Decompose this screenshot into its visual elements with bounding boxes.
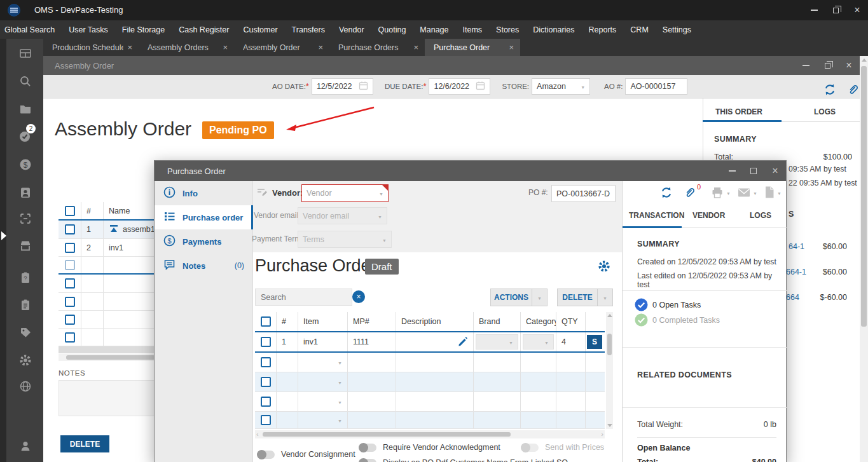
menu-item-vendor[interactable]: Vendor xyxy=(339,25,364,34)
row-checkbox[interactable] xyxy=(65,297,75,307)
calendar-icon[interactable] xyxy=(359,81,368,92)
os-restore-button[interactable] xyxy=(825,0,846,20)
row-checkbox[interactable] xyxy=(65,260,75,270)
window-minimize-button[interactable] xyxy=(795,56,816,75)
tab-logs[interactable]: LOGS xyxy=(814,107,836,116)
row-checkbox[interactable] xyxy=(65,224,75,234)
menu-item-stores[interactable]: Stores xyxy=(496,25,519,34)
menu-item-dictionaries[interactable]: Dictionaries xyxy=(533,25,574,34)
payment-terms-select[interactable]: Terms xyxy=(298,231,392,248)
print-button[interactable] xyxy=(710,186,731,199)
window-close-button[interactable]: × xyxy=(838,56,860,75)
tab-logs[interactable]: LOGS xyxy=(750,211,771,220)
tab-production-schedule[interactable]: Production Schedule xyxy=(43,39,139,56)
modal-minimize-button[interactable] xyxy=(721,161,743,181)
horizontal-scrollbar[interactable] xyxy=(59,354,161,361)
notes-textarea[interactable] xyxy=(59,380,160,416)
toggle-switch[interactable] xyxy=(521,444,539,452)
tab-purchase-orders[interactable]: Purchase Orders xyxy=(329,39,425,56)
toggle-switch[interactable] xyxy=(257,451,275,459)
item-select[interactable] xyxy=(298,392,348,411)
tab-assembly-order[interactable]: Assembly Order xyxy=(234,39,329,56)
toggle-display-customer-name[interactable]: Display on PO Pdf Customer Name From Lin… xyxy=(359,458,568,462)
gear-icon[interactable] xyxy=(597,259,611,275)
nav-item-payments[interactable]: $ Payments xyxy=(155,229,253,254)
table-row-empty[interactable] xyxy=(255,412,605,429)
table-row-empty[interactable] xyxy=(59,311,161,329)
row-checkbox[interactable] xyxy=(261,337,271,347)
tab-this-order[interactable]: THIS ORDER xyxy=(715,107,762,116)
menu-item-items[interactable]: Items xyxy=(463,25,483,34)
user-icon[interactable] xyxy=(18,439,32,453)
refresh-icon[interactable] xyxy=(659,186,673,201)
ao-delete-button[interactable]: DELETE xyxy=(60,435,109,452)
clear-search-icon[interactable]: × xyxy=(352,290,365,303)
nav-item-notes[interactable]: Notes (0) xyxy=(155,254,253,278)
table-row-empty[interactable] xyxy=(255,372,605,392)
attachments-icon[interactable] xyxy=(846,83,860,99)
po-number-input[interactable]: PO-0013667-D xyxy=(551,185,616,202)
store-icon[interactable] xyxy=(18,238,32,252)
edit-description-icon[interactable] xyxy=(457,336,468,348)
close-tab-icon[interactable] xyxy=(413,43,418,52)
toggle-vendor-consignment[interactable]: Vendor Consignment xyxy=(257,450,355,459)
table-row[interactable]: 1 assemb1 xyxy=(59,221,161,239)
store-select[interactable]: Amazon xyxy=(532,78,590,95)
vendor-select[interactable]: Vendor xyxy=(301,184,389,202)
toggle-require-vendor-acknowledgment[interactable]: Require Vendor Acknowledgment xyxy=(359,443,500,452)
due-date-input[interactable]: 12/6/2022 xyxy=(429,78,490,95)
table-row[interactable]: 1 inv1 1111 4 S xyxy=(255,332,605,353)
payments-dollar-icon[interactable]: $ xyxy=(18,158,32,172)
modal-maximize-button[interactable] xyxy=(743,161,764,181)
nav-item-info[interactable]: Info xyxy=(155,181,253,205)
assembly-order-window-titlebar[interactable]: Assembly Order xyxy=(43,56,860,75)
help-clipboard-icon[interactable]: ? xyxy=(18,271,32,285)
menu-item-cash-register[interactable]: Cash Register xyxy=(179,25,229,34)
select-all-checkbox[interactable] xyxy=(65,206,75,216)
window-restore-button[interactable] xyxy=(816,56,838,75)
menu-item-manage[interactable]: Manage xyxy=(420,25,448,34)
globe-icon[interactable] xyxy=(18,379,32,393)
dashboard-icon[interactable] xyxy=(18,46,32,60)
close-tab-icon[interactable] xyxy=(127,43,132,52)
settings-gear-icon[interactable] xyxy=(18,353,32,367)
row-checkbox[interactable] xyxy=(261,397,271,407)
actions-dropdown-arrow[interactable] xyxy=(532,289,547,306)
stock-button[interactable]: S xyxy=(587,335,602,349)
ao-number-input[interactable]: AO-0000157 xyxy=(625,78,687,95)
brand-select[interactable] xyxy=(476,334,518,350)
item-select[interactable] xyxy=(298,372,348,391)
close-tab-icon[interactable] xyxy=(509,43,514,52)
table-row-empty[interactable] xyxy=(255,392,605,412)
os-close-button[interactable]: × xyxy=(846,0,868,20)
po-delete-button[interactable]: DELETE xyxy=(557,289,613,306)
table-vertical-scrollbar[interactable] xyxy=(606,312,613,429)
menu-item-user-tasks[interactable]: User Tasks xyxy=(69,25,108,34)
clipboard-icon[interactable] xyxy=(18,298,32,312)
po-modal-titlebar[interactable]: Purchase Order xyxy=(155,161,786,181)
vertical-scrollbar[interactable] xyxy=(860,56,868,462)
table-row-empty[interactable] xyxy=(255,353,605,372)
tab-transaction[interactable]: TRANSACTION xyxy=(629,211,684,220)
open-tasks-label[interactable]: 0 Open Tasks xyxy=(652,301,701,309)
tag-icon[interactable] xyxy=(18,325,32,339)
menu-item-global-search[interactable]: Global Search xyxy=(4,25,55,34)
refresh-icon[interactable] xyxy=(823,83,837,99)
row-checkbox[interactable] xyxy=(65,315,75,325)
menu-item-quoting[interactable]: Quoting xyxy=(378,25,406,34)
row-checkbox[interactable] xyxy=(261,357,271,367)
table-row-empty[interactable] xyxy=(59,257,161,275)
table-row[interactable]: 2 inv1 xyxy=(59,239,161,257)
table-horizontal-scrollbar[interactable]: ‹ › xyxy=(255,430,605,438)
search-input[interactable] xyxy=(255,289,352,306)
toggle-switch[interactable] xyxy=(359,444,376,452)
row-checkbox[interactable] xyxy=(261,377,271,387)
menu-item-settings[interactable]: Settings xyxy=(663,25,691,34)
tab-assembly-orders[interactable]: Assembly Orders xyxy=(139,39,234,56)
delete-dropdown-arrow[interactable] xyxy=(597,289,612,306)
calendar-icon[interactable] xyxy=(476,81,485,92)
item-select[interactable] xyxy=(298,353,348,372)
close-tab-icon[interactable] xyxy=(318,43,323,52)
contact-card-icon[interactable] xyxy=(18,186,32,200)
vendor-email-select[interactable]: Vendor email xyxy=(298,207,387,224)
